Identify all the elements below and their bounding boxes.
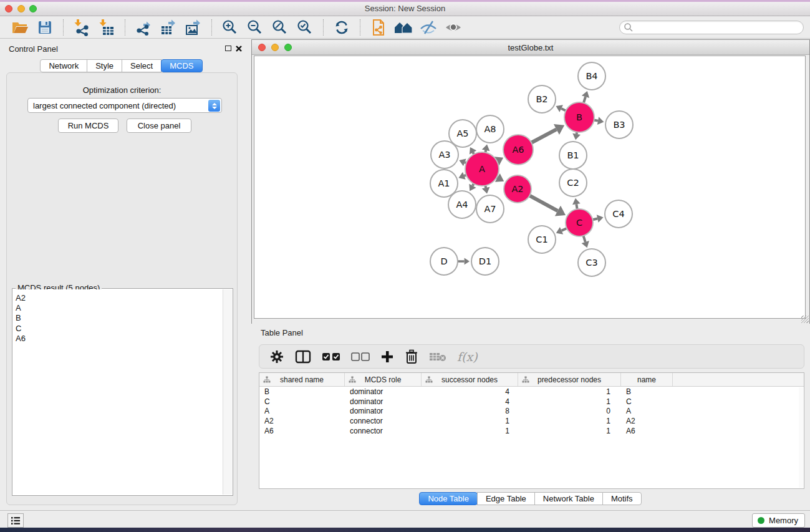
float-panel-icon[interactable] (225, 46, 231, 51)
column-header-predecessor-nodes[interactable]: predecessor nodes (518, 373, 621, 386)
table-cell: dominator (345, 407, 422, 415)
tab-edge-table[interactable]: Edge Table (477, 492, 535, 505)
column-header-shared-name[interactable]: shared name (259, 373, 345, 386)
column-header-successor-nodes[interactable]: successor nodes (422, 373, 518, 386)
zoom-in-icon[interactable] (221, 19, 239, 36)
table-cell: A (621, 407, 673, 415)
tab-network-table[interactable]: Network Table (534, 492, 603, 505)
table-scrollbar[interactable] (799, 387, 803, 488)
status-bar: Memory (0, 510, 810, 528)
graph-edge[interactable] (584, 97, 586, 103)
node-table[interactable]: shared name MCDS role successor nodes pr… (259, 372, 804, 489)
mcds-result-item[interactable]: A2 (12, 293, 223, 303)
export-table-icon[interactable] (159, 19, 178, 36)
delete-table-icon[interactable] (429, 347, 446, 366)
session-title: Session: New Session (0, 4, 810, 13)
toolbar-separator (125, 19, 125, 36)
deselect-all-icon[interactable] (351, 347, 370, 366)
network-graph[interactable]: B4B2BB3A5A8A6B1A3AA1C2A2A4A7CC4C1C3DD1 (254, 56, 806, 319)
select-all-icon[interactable] (322, 347, 340, 366)
graph-node-label: A2 (511, 184, 523, 194)
table-cell: B (621, 387, 673, 396)
criterion-label: Optimization criterion: (7, 85, 237, 95)
network-window-titlebar[interactable]: testGlobe.txt (252, 40, 809, 55)
mcds-result-item[interactable]: B (12, 313, 223, 323)
export-image-icon[interactable] (184, 19, 203, 36)
memory-status-icon (758, 517, 764, 524)
table-options-icon[interactable] (269, 347, 284, 366)
column-label: name (637, 375, 656, 384)
column-header-name[interactable]: name (621, 373, 673, 386)
table-row[interactable]: A2connector11A2 (259, 416, 804, 426)
column-browser-icon[interactable] (295, 347, 311, 366)
table-cell: connector (345, 417, 422, 425)
graph-edge[interactable] (531, 129, 556, 142)
memory-button[interactable]: Memory (752, 513, 805, 528)
table-tabs: Node Table Edge Table Network Table Moti… (251, 492, 810, 505)
search-box[interactable] (619, 21, 804, 34)
table-row[interactable]: Adominator80A (259, 407, 804, 417)
mcds-result-item[interactable]: A6 (12, 334, 223, 344)
refresh-icon[interactable] (332, 19, 351, 36)
run-mcds-button[interactable]: Run MCDS (58, 118, 118, 133)
table-cell: 4 (422, 387, 518, 396)
network-canvas[interactable]: B4B2BB3A5A8A6B1A3AA1C2A2A4A7CC4C1C3DD1 (254, 56, 806, 319)
home-icon[interactable] (394, 19, 413, 36)
column-label: predecessor nodes (538, 375, 601, 384)
tab-motifs[interactable]: Motifs (602, 492, 642, 505)
mcds-result-item[interactable]: A (12, 303, 223, 313)
tab-network[interactable]: Network (40, 59, 87, 72)
save-session-icon[interactable] (36, 19, 54, 36)
toolbar-separator (360, 19, 360, 36)
mcds-result-item[interactable]: C (12, 324, 223, 334)
import-network-icon[interactable] (72, 19, 91, 36)
column-label: shared name (280, 375, 324, 384)
tab-select[interactable]: Select (122, 59, 162, 72)
table-cell: 1 (518, 427, 621, 435)
graph-edge[interactable] (592, 219, 597, 220)
zoom-selected-icon[interactable] (296, 19, 314, 36)
control-panel-title: Control Panel (9, 44, 58, 54)
graph-edge[interactable] (576, 204, 577, 209)
function-builder-icon[interactable]: f(x) (457, 347, 478, 366)
table-row[interactable]: Bdominator41B (259, 387, 804, 397)
search-input[interactable] (634, 22, 803, 33)
resize-grip-icon[interactable] (801, 316, 809, 323)
dropdown-stepper-icon[interactable] (208, 100, 220, 112)
show-graphics-icon[interactable] (444, 19, 463, 36)
tab-node-table[interactable]: Node Table (419, 492, 478, 505)
add-column-icon[interactable] (380, 347, 394, 366)
table-cell: 0 (518, 407, 621, 415)
table-row[interactable]: A6connector11A6 (259, 426, 804, 436)
mcds-result-scrollbar[interactable] (223, 289, 232, 495)
zoom-out-icon[interactable] (246, 19, 264, 36)
zoom-fit-icon[interactable] (271, 19, 289, 36)
graph-edge[interactable] (529, 196, 557, 211)
graph-edge[interactable] (562, 228, 567, 231)
criterion-dropdown[interactable]: largest connected component (directed) (27, 98, 222, 113)
table-cell: 1 (518, 397, 621, 406)
export-network-icon[interactable] (134, 19, 153, 36)
delete-column-icon[interactable] (405, 347, 418, 366)
open-session-icon[interactable] (11, 19, 29, 36)
mcds-result-group: MCDS result (5 nodes) A2ABCA6 (12, 288, 233, 496)
table-panel-title: Table Panel (261, 328, 303, 337)
close-panel-icon[interactable] (235, 45, 243, 52)
network-from-file-icon[interactable] (369, 19, 388, 36)
tab-mcds[interactable]: MCDS (161, 59, 202, 72)
task-history-button[interactable] (7, 513, 24, 528)
import-table-icon[interactable] (97, 19, 116, 36)
graph-node-label: A (479, 164, 485, 174)
hide-graphics-icon[interactable] (419, 19, 438, 36)
column-header-mcds-role[interactable]: MCDS role (345, 373, 422, 386)
graph-edge-arrowhead (572, 198, 581, 205)
control-panel-tabs: Network Style Select MCDS (0, 59, 243, 72)
graph-edge-arrowhead (465, 258, 470, 264)
graph-node-label: A8 (484, 124, 496, 134)
close-panel-button[interactable]: Close panel (127, 118, 191, 133)
graph-edge[interactable] (584, 236, 586, 242)
mcds-result-list[interactable]: A2ABCA6 (12, 289, 223, 495)
table-row[interactable]: Cdominator41C (259, 397, 804, 407)
tab-style[interactable]: Style (87, 59, 122, 72)
graph-edge[interactable] (561, 109, 566, 110)
